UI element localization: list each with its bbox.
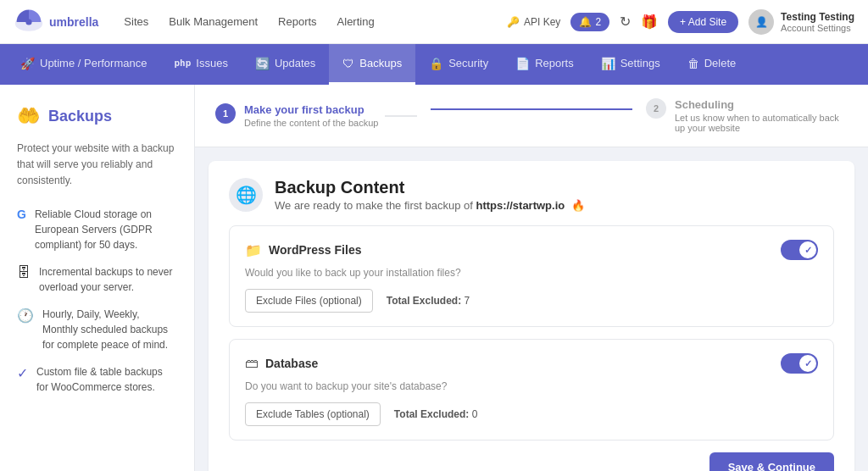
sidebar-feature-3: ✓ Custom file & table backups for WooCom… xyxy=(17,364,177,395)
wp-files-header: 📁 WordPress Files ✓ xyxy=(245,240,818,260)
save-row: Save & Continue xyxy=(229,452,834,471)
db-desc: Do you want to backup your site's databa… xyxy=(245,380,818,392)
nav-bulk-management[interactable]: Bulk Management xyxy=(169,15,258,28)
security-icon: 🔒 xyxy=(429,57,443,70)
card-header-text: Backup Content We are ready to make the … xyxy=(275,178,585,212)
step-2-label: Scheduling xyxy=(675,98,848,111)
settings-icon: 📊 xyxy=(601,57,615,70)
wordpress-files-section: 📁 WordPress Files ✓ Would you like to ba… xyxy=(229,225,834,327)
logo-icon xyxy=(14,7,44,37)
tab-backups[interactable]: 🛡 Backups xyxy=(329,44,415,85)
svg-point-1 xyxy=(25,19,31,25)
card-subtitle: We are ready to make the first backup of… xyxy=(275,199,585,212)
save-continue-button[interactable]: Save & Continue xyxy=(709,452,834,471)
tab-updates[interactable]: 🔄 Updates xyxy=(242,44,329,85)
nav-alerting[interactable]: Alerting xyxy=(337,15,375,28)
exclude-files-button[interactable]: Exclude Files (optional) xyxy=(245,289,373,313)
content-area: 1 Make your first backup Define the cont… xyxy=(195,85,868,471)
api-key-button[interactable]: 🔑 API Key xyxy=(507,16,560,28)
user-name: Testing Testing xyxy=(781,11,854,23)
clock-icon: 🕐 xyxy=(17,308,34,324)
folder-icon: 📁 xyxy=(245,242,262,258)
db-icon: 🗃 xyxy=(245,356,259,371)
card-header: 🌐 Backup Content We are ready to make th… xyxy=(229,178,834,212)
bell-icon: 🔔 xyxy=(579,16,592,28)
stepper-line xyxy=(431,108,632,110)
wp-files-desc: Would you like to back up your installat… xyxy=(245,267,818,279)
add-site-button[interactable]: + Add Site xyxy=(668,11,738,33)
sidebar-title: 🤲 Backups xyxy=(17,105,177,127)
wp-files-total: Total Excluded: 7 xyxy=(387,295,470,307)
nav-actions: 🔑 API Key 🔔 2 ↻ 🎁 + Add Site 👤 Testing T… xyxy=(507,9,854,35)
step-1: 1 Make your first backup Define the cont… xyxy=(215,103,417,128)
uptime-icon: 🚀 xyxy=(20,57,35,70)
logo: umbrella xyxy=(14,7,98,37)
check-icon: ✓ xyxy=(17,365,28,381)
backups-icon: 🛡 xyxy=(342,57,354,70)
sidebar: 🤲 Backups Protect your website with a ba… xyxy=(0,85,195,471)
wp-files-toggle[interactable]: ✓ xyxy=(781,240,818,260)
sidebar-description: Protect your website with a backup that … xyxy=(17,141,177,190)
sidebar-feature-0: G Reliable Cloud storage on European Ser… xyxy=(17,207,177,252)
site-url: https://startwp.io xyxy=(476,199,565,212)
sub-nav: 🚀 Uptime / Performance php Issues 🔄 Upda… xyxy=(0,44,868,85)
nav-reports[interactable]: Reports xyxy=(278,15,317,28)
brand-name: umbrella xyxy=(49,15,98,29)
db-total: Total Excluded: 0 xyxy=(394,408,477,420)
step-1-text: Make your first backup Define the conten… xyxy=(244,103,378,128)
tab-uptime[interactable]: 🚀 Uptime / Performance xyxy=(7,44,160,85)
main-content: 🤲 Backups Protect your website with a ba… xyxy=(0,85,868,471)
fire-icon: 🔥 xyxy=(571,199,585,212)
google-icon: G xyxy=(17,208,26,221)
user-avatar: 👤 xyxy=(748,9,774,35)
user-info: Testing Testing Account Settings xyxy=(781,11,854,33)
step-2-number: 2 xyxy=(646,98,666,119)
db-actions: Exclude Tables (optional) Total Excluded… xyxy=(245,402,818,426)
tab-reports[interactable]: 📄 Reports xyxy=(502,44,587,85)
card-title: Backup Content xyxy=(275,178,585,197)
reports-icon: 📄 xyxy=(515,57,530,70)
backups-sidebar-icon: 🤲 xyxy=(17,105,40,127)
updates-icon: 🔄 xyxy=(255,57,270,70)
tab-delete[interactable]: 🗑 Delete xyxy=(674,44,750,85)
db-title-row: 🗃 Database xyxy=(245,356,318,371)
account-settings-link[interactable]: Account Settings xyxy=(781,23,854,33)
step-2: 2 Scheduling Let us know when to automat… xyxy=(646,98,848,133)
wp-files-title: WordPress Files xyxy=(269,243,361,257)
backup-content-card: 🌐 Backup Content We are ready to make th… xyxy=(209,161,854,471)
key-icon: 🔑 xyxy=(507,16,520,28)
step-2-sub: Let us know when to automatically back u… xyxy=(675,113,848,133)
db-title: Database xyxy=(265,357,318,370)
issues-icon: php xyxy=(174,58,191,69)
notifications-button[interactable]: 🔔 2 xyxy=(570,13,609,31)
step-1-sub: Define the content of the backup xyxy=(244,118,378,128)
tab-issues[interactable]: php Issues xyxy=(160,44,241,85)
toggle-knob-db: ✓ xyxy=(799,355,816,372)
globe-icon: 🌐 xyxy=(229,178,263,212)
db-header: 🗃 Database ✓ xyxy=(245,353,818,374)
wp-files-title-row: 📁 WordPress Files xyxy=(245,242,361,258)
toggle-knob-wp: ✓ xyxy=(799,241,816,258)
nav-links: Sites Bulk Management Reports Alerting xyxy=(124,15,490,28)
sidebar-feature-1: 🗄 Incremental backups to never overload … xyxy=(17,264,177,295)
database-icon: 🗄 xyxy=(17,265,31,280)
user-section: 👤 Testing Testing Account Settings xyxy=(748,9,854,35)
exclude-tables-button[interactable]: Exclude Tables (optional) xyxy=(245,402,381,426)
step-1-label: Make your first backup xyxy=(244,103,378,116)
db-count: 0 xyxy=(472,408,478,420)
gift-button[interactable]: 🎁 xyxy=(641,14,658,30)
top-nav: umbrella Sites Bulk Management Reports A… xyxy=(0,0,868,44)
refresh-button[interactable]: ↻ xyxy=(620,14,631,30)
db-toggle[interactable]: ✓ xyxy=(781,353,818,374)
database-section: 🗃 Database ✓ Do you want to backup your … xyxy=(229,339,834,441)
tab-security[interactable]: 🔒 Security xyxy=(415,44,502,85)
sidebar-feature-2: 🕐 Hourly, Daily, Weekly, Monthly schedul… xyxy=(17,307,177,352)
wp-files-count: 7 xyxy=(465,295,470,307)
wp-files-actions: Exclude Files (optional) Total Excluded:… xyxy=(245,289,818,313)
step-2-text: Scheduling Let us know when to automatic… xyxy=(675,98,848,133)
tab-settings[interactable]: 📊 Settings xyxy=(587,44,674,85)
step-1-number: 1 xyxy=(215,103,236,124)
delete-icon: 🗑 xyxy=(687,57,699,70)
nav-sites[interactable]: Sites xyxy=(124,15,148,28)
stepper: 1 Make your first backup Define the cont… xyxy=(195,85,868,147)
